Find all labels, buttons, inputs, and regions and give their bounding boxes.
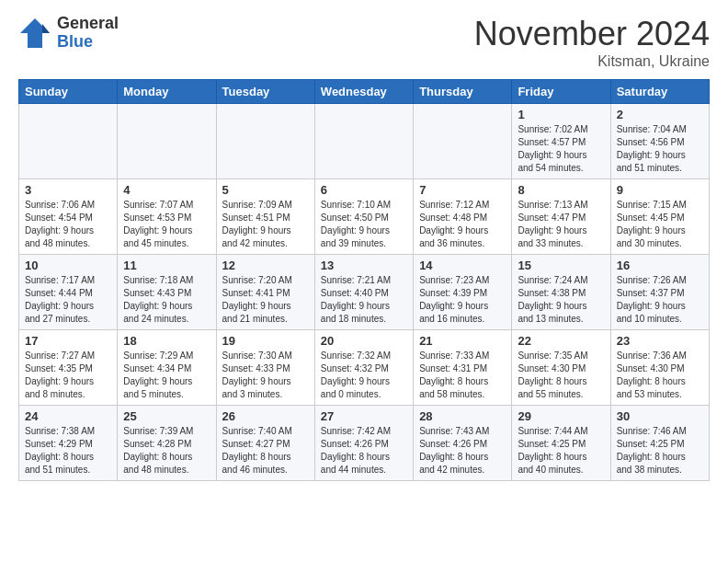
calendar-cell: 12Sunrise: 7:20 AM Sunset: 4:41 PM Dayli…: [216, 255, 314, 330]
col-monday: Monday: [118, 80, 216, 104]
page: General Blue November 2024 Kitsman, Ukra…: [0, 0, 728, 490]
day-info: Sunrise: 7:30 AM Sunset: 4:33 PM Dayligh…: [222, 350, 309, 401]
calendar-week-0: 1Sunrise: 7:02 AM Sunset: 4:57 PM Daylig…: [19, 104, 710, 179]
day-number: 15: [518, 259, 604, 272]
col-wednesday: Wednesday: [314, 80, 413, 104]
calendar-cell: 22Sunrise: 7:35 AM Sunset: 4:30 PM Dayli…: [512, 330, 610, 406]
day-number: 28: [419, 409, 506, 423]
day-info: Sunrise: 7:46 AM Sunset: 4:25 PM Dayligh…: [617, 425, 703, 477]
day-number: 1: [518, 108, 604, 121]
day-info: Sunrise: 7:27 AM Sunset: 4:35 PM Dayligh…: [25, 350, 111, 401]
day-number: 4: [123, 183, 210, 197]
day-number: 17: [25, 334, 111, 348]
calendar-cell: 7Sunrise: 7:12 AM Sunset: 4:48 PM Daylig…: [414, 179, 512, 255]
day-number: 3: [25, 183, 111, 197]
calendar-cell: 11Sunrise: 7:18 AM Sunset: 4:43 PM Dayli…: [118, 255, 216, 330]
day-info: Sunrise: 7:39 AM Sunset: 4:28 PM Dayligh…: [123, 425, 210, 477]
calendar-cell: 21Sunrise: 7:33 AM Sunset: 4:31 PM Dayli…: [414, 330, 512, 406]
calendar-week-2: 10Sunrise: 7:17 AM Sunset: 4:44 PM Dayli…: [19, 255, 710, 330]
day-info: Sunrise: 7:12 AM Sunset: 4:48 PM Dayligh…: [419, 199, 506, 250]
calendar-table: Sunday Monday Tuesday Wednesday Thursday…: [18, 79, 710, 481]
col-sunday: Sunday: [19, 80, 118, 104]
day-number: 16: [617, 259, 703, 272]
calendar-cell: [414, 104, 512, 179]
day-number: 20: [321, 334, 407, 348]
day-number: 27: [321, 409, 407, 423]
day-info: Sunrise: 7:02 AM Sunset: 4:57 PM Dayligh…: [518, 123, 604, 175]
logo: General Blue: [18, 15, 119, 52]
day-info: Sunrise: 7:17 AM Sunset: 4:44 PM Dayligh…: [25, 274, 111, 326]
day-info: Sunrise: 7:10 AM Sunset: 4:50 PM Dayligh…: [321, 199, 407, 250]
day-number: 18: [123, 334, 210, 348]
day-info: Sunrise: 7:33 AM Sunset: 4:31 PM Dayligh…: [419, 350, 506, 401]
calendar-cell: 26Sunrise: 7:40 AM Sunset: 4:27 PM Dayli…: [216, 406, 314, 481]
day-info: Sunrise: 7:42 AM Sunset: 4:26 PM Dayligh…: [321, 425, 407, 477]
day-info: Sunrise: 7:43 AM Sunset: 4:26 PM Dayligh…: [419, 425, 506, 477]
day-number: 12: [222, 259, 309, 272]
day-number: 30: [617, 409, 703, 423]
day-info: Sunrise: 7:15 AM Sunset: 4:45 PM Dayligh…: [617, 199, 703, 250]
day-info: Sunrise: 7:21 AM Sunset: 4:40 PM Dayligh…: [321, 274, 407, 326]
calendar-cell: 8Sunrise: 7:13 AM Sunset: 4:47 PM Daylig…: [512, 179, 610, 255]
col-thursday: Thursday: [414, 80, 512, 104]
calendar-cell: 24Sunrise: 7:38 AM Sunset: 4:29 PM Dayli…: [19, 406, 118, 481]
calendar-cell: 29Sunrise: 7:44 AM Sunset: 4:25 PM Dayli…: [512, 406, 610, 481]
logo-general-text: General: [57, 15, 119, 33]
calendar-cell: [314, 104, 413, 179]
day-info: Sunrise: 7:29 AM Sunset: 4:34 PM Dayligh…: [123, 350, 210, 401]
day-info: Sunrise: 7:38 AM Sunset: 4:29 PM Dayligh…: [25, 425, 111, 477]
calendar-cell: 20Sunrise: 7:32 AM Sunset: 4:32 PM Dayli…: [314, 330, 413, 406]
day-number: 23: [617, 334, 703, 348]
calendar-week-3: 17Sunrise: 7:27 AM Sunset: 4:35 PM Dayli…: [19, 330, 710, 406]
day-number: 7: [419, 183, 506, 197]
day-info: Sunrise: 7:40 AM Sunset: 4:27 PM Dayligh…: [222, 425, 309, 477]
day-info: Sunrise: 7:35 AM Sunset: 4:30 PM Dayligh…: [518, 350, 604, 401]
day-number: 11: [123, 259, 210, 272]
day-info: Sunrise: 7:26 AM Sunset: 4:37 PM Dayligh…: [617, 274, 703, 326]
day-number: 9: [617, 183, 703, 197]
day-number: 25: [123, 409, 210, 423]
day-number: 5: [222, 183, 309, 197]
calendar-cell: 14Sunrise: 7:23 AM Sunset: 4:39 PM Dayli…: [414, 255, 512, 330]
calendar-cell: 5Sunrise: 7:09 AM Sunset: 4:51 PM Daylig…: [216, 179, 314, 255]
logo-icon: [18, 17, 51, 50]
day-info: Sunrise: 7:13 AM Sunset: 4:47 PM Dayligh…: [518, 199, 604, 250]
day-number: 13: [321, 259, 407, 272]
col-saturday: Saturday: [610, 80, 709, 104]
logo-blue-text: Blue: [57, 33, 119, 52]
day-info: Sunrise: 7:18 AM Sunset: 4:43 PM Dayligh…: [123, 274, 210, 326]
calendar-cell: 23Sunrise: 7:36 AM Sunset: 4:30 PM Dayli…: [610, 330, 709, 406]
svg-marker-1: [42, 24, 50, 33]
day-info: Sunrise: 7:23 AM Sunset: 4:39 PM Dayligh…: [419, 274, 506, 326]
title-area: November 2024 Kitsman, Ukraine: [474, 15, 710, 70]
day-info: Sunrise: 7:44 AM Sunset: 4:25 PM Dayligh…: [518, 425, 604, 477]
calendar-week-1: 3Sunrise: 7:06 AM Sunset: 4:54 PM Daylig…: [19, 179, 710, 255]
day-info: Sunrise: 7:20 AM Sunset: 4:41 PM Dayligh…: [222, 274, 309, 326]
calendar-cell: 6Sunrise: 7:10 AM Sunset: 4:50 PM Daylig…: [314, 179, 413, 255]
calendar-cell: 3Sunrise: 7:06 AM Sunset: 4:54 PM Daylig…: [19, 179, 118, 255]
calendar-cell: 4Sunrise: 7:07 AM Sunset: 4:53 PM Daylig…: [118, 179, 216, 255]
day-number: 22: [518, 334, 604, 348]
calendar-cell: 28Sunrise: 7:43 AM Sunset: 4:26 PM Dayli…: [414, 406, 512, 481]
calendar-cell: 27Sunrise: 7:42 AM Sunset: 4:26 PM Dayli…: [314, 406, 413, 481]
calendar-cell: 25Sunrise: 7:39 AM Sunset: 4:28 PM Dayli…: [118, 406, 216, 481]
day-info: Sunrise: 7:24 AM Sunset: 4:38 PM Dayligh…: [518, 274, 604, 326]
month-title: November 2024: [474, 15, 710, 53]
location: Kitsman, Ukraine: [474, 53, 710, 70]
calendar-cell: [19, 104, 118, 179]
day-number: 19: [222, 334, 309, 348]
calendar-header-row: Sunday Monday Tuesday Wednesday Thursday…: [19, 80, 710, 104]
calendar-cell: 16Sunrise: 7:26 AM Sunset: 4:37 PM Dayli…: [610, 255, 709, 330]
calendar-cell: 10Sunrise: 7:17 AM Sunset: 4:44 PM Dayli…: [19, 255, 118, 330]
calendar-cell: 30Sunrise: 7:46 AM Sunset: 4:25 PM Dayli…: [610, 406, 709, 481]
calendar-cell: [216, 104, 314, 179]
day-info: Sunrise: 7:07 AM Sunset: 4:53 PM Dayligh…: [123, 199, 210, 250]
calendar-cell: 13Sunrise: 7:21 AM Sunset: 4:40 PM Dayli…: [314, 255, 413, 330]
header: General Blue November 2024 Kitsman, Ukra…: [18, 15, 710, 70]
day-info: Sunrise: 7:32 AM Sunset: 4:32 PM Dayligh…: [321, 350, 407, 401]
col-tuesday: Tuesday: [216, 80, 314, 104]
day-number: 26: [222, 409, 309, 423]
day-info: Sunrise: 7:09 AM Sunset: 4:51 PM Dayligh…: [222, 199, 309, 250]
calendar-cell: 1Sunrise: 7:02 AM Sunset: 4:57 PM Daylig…: [512, 104, 610, 179]
day-number: 8: [518, 183, 604, 197]
